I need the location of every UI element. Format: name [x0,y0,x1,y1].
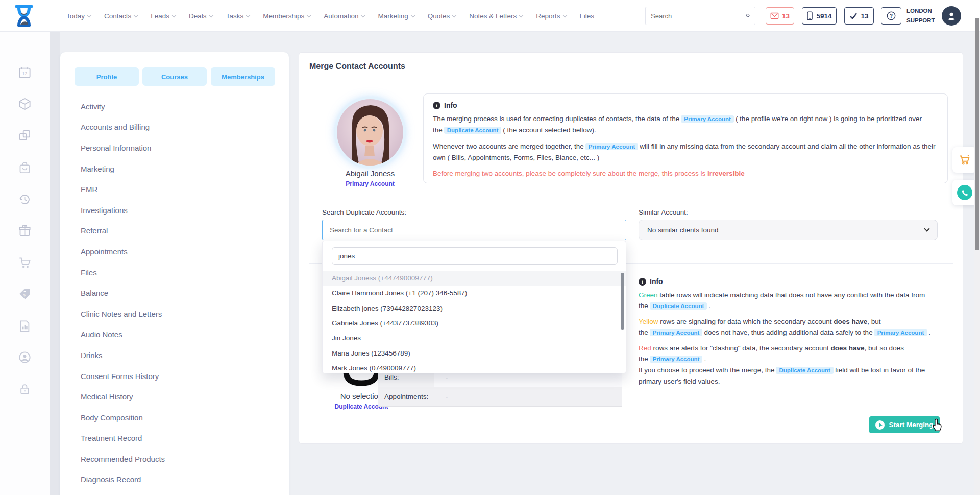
similar-account-select[interactable]: No similar clients found [639,220,938,240]
dropdown-result[interactable]: Gabriela Jones (+4437737389303) [323,316,626,331]
sidebar-item-personal-information[interactable]: Personal Information [81,137,284,158]
calendar-icon[interactable]: 12 [18,65,32,79]
similar-account-value: No similar clients found [647,226,719,234]
page: Today Contacts Leads Deals Tasks Members… [0,0,980,495]
sidebar-item-balance[interactable]: Balance [81,282,284,303]
sidebar-item-appointments[interactable]: Appointments [81,241,284,262]
sidebar-item-clinic-notes-letters[interactable]: Clinic Notes and Letters [81,303,284,324]
shopping-bag-icon[interactable] [18,161,32,175]
chevron-down-icon [411,13,415,17]
user-avatar[interactable] [942,6,961,26]
nav-label: Notes & Letters [469,12,517,20]
hourglass-logo-icon [13,4,35,28]
primary-account-chip[interactable]: Primary Account [874,329,927,336]
primary-account-label[interactable]: Primary Account [319,180,421,187]
svg-text:?: ? [890,13,893,19]
search-icon[interactable] [746,11,751,20]
duplicate-account-chip[interactable]: Duplicate Account [776,367,834,374]
gift-icon[interactable] [18,224,32,238]
nav-label: Deals [189,12,207,20]
nav-item-today[interactable]: Today [66,12,91,20]
global-search-input[interactable] [646,12,746,20]
nav-item-files[interactable]: Files [580,12,595,20]
mail-badge[interactable]: 13 [766,7,794,25]
sidebar-item-direct-debits[interactable]: Direct Debits [81,490,284,495]
info-paragraph-2: Whenever two accounts are merged togethe… [433,141,938,163]
primary-account-chip[interactable]: Primary Account [650,356,703,363]
copy-icon[interactable] [18,129,32,143]
sidebar-item-recommended-products[interactable]: Recommended Products [81,449,284,469]
sidebar-item-referral[interactable]: Referral [81,221,284,242]
yellow-word: Yellow [639,318,658,325]
dropdown-result[interactable]: Jin Jones [323,331,626,345]
duplicate-account-chip[interactable]: Duplicate Account [650,302,707,310]
sidebar-item-medical-history[interactable]: Medical History [81,386,284,407]
info-bold: does have [834,318,867,325]
person-icon [946,10,957,21]
primary-account-chip[interactable]: Primary Account [585,143,639,150]
sidebar-item-body-composition[interactable]: Body Composition [81,407,284,428]
report-icon[interactable] [18,319,32,333]
history-icon[interactable] [18,193,32,206]
user-circle-icon[interactable] [18,350,32,364]
sidebar-item-drinks[interactable]: Drinks [81,345,284,366]
nav-item-memberships[interactable]: Memberships [263,12,310,20]
sidebar-item-diagnosis-record[interactable]: Diagnosis Record [81,469,284,490]
nav-label: Today [66,12,85,20]
contact-query-input[interactable] [332,247,618,265]
sidebar-item-accounts-billing[interactable]: Accounts and Billing [81,117,284,138]
row-colors-info-box: i Info Green table rows will indicate ma… [639,277,941,387]
dropdown-result[interactable]: Maria Jones (123456789) [323,345,626,360]
dropdown-result[interactable]: Mark Jones (07490009777) [323,361,626,373]
call-float-button[interactable] [952,180,977,205]
duplicate-account-chip[interactable]: Duplicate Account [444,127,502,134]
sidebar-item-investigations[interactable]: Investigations [81,200,284,221]
duplicate-search-input[interactable] [323,226,626,234]
svg-text:$: $ [23,293,26,297]
primary-account-chip[interactable]: Primary Account [650,329,703,336]
dropdown-scrollbar[interactable] [621,273,624,330]
nav-label: Tasks [226,12,244,20]
lock-icon[interactable] [18,382,32,396]
tasks-badge[interactable]: 13 [844,7,874,25]
tab-label: Memberships [222,73,264,81]
primary-account-chip[interactable]: Primary Account [681,115,734,123]
sidebar-item-marketing[interactable]: Marketing [81,158,284,179]
nav-item-automation[interactable]: Automation [324,12,364,20]
nav-item-marketing[interactable]: Marketing [378,12,414,20]
phone-badge[interactable]: 5914 [802,7,837,25]
hand-cursor-icon [931,418,943,432]
cart-float-button[interactable] [952,147,977,173]
profile-panel: Profile Courses Memberships Activity Acc… [60,52,289,495]
app-logo[interactable] [13,4,35,30]
nav-item-contacts[interactable]: Contacts [104,12,137,20]
start-merging-button[interactable]: Start Merging [869,416,940,433]
sidebar-item-treatment-record[interactable]: Treatment Record [81,428,284,449]
contact-result-list: Abigail Joness (+447490009777) Claire Ha… [323,271,626,373]
help-badge[interactable]: ? [881,7,901,25]
cart-icon[interactable] [18,256,32,270]
sidebar-item-consent-forms-history[interactable]: Consent Forms History [81,366,284,387]
dropdown-result[interactable]: Abigail Joness (+447490009777) [323,271,626,286]
dropdown-result[interactable]: Claire Hammond Jones (+1 (207) 346-5587) [323,286,626,300]
phone-bubble [957,185,972,200]
dropdown-result[interactable]: Elizabeth jones (739442827023123) [323,301,626,316]
chevron-down-icon [134,13,138,17]
price-tag-icon[interactable]: $ [18,287,32,301]
info-paragraph-1: The merging process is used for correcti… [433,113,938,136]
nav-item-tasks[interactable]: Tasks [226,12,250,20]
page-scrollbar-thumb[interactable] [975,18,979,250]
nav-item-quotes[interactable]: Quotes [428,12,456,20]
sidebar-item-activity[interactable]: Activity [81,96,284,117]
package-icon[interactable] [18,97,32,111]
sidebar-item-files[interactable]: Files [81,262,284,283]
tab-courses[interactable]: Courses [142,67,207,86]
sidebar-item-emr[interactable]: EMR [81,179,284,200]
nav-item-notes-letters[interactable]: Notes & Letters [469,12,523,20]
sidebar-item-audio-notes[interactable]: Audio Notes [81,324,284,345]
tab-profile[interactable]: Profile [75,67,139,86]
nav-item-reports[interactable]: Reports [536,12,566,20]
nav-item-deals[interactable]: Deals [189,12,213,20]
nav-item-leads[interactable]: Leads [151,12,176,20]
tab-memberships[interactable]: Memberships [211,67,275,86]
